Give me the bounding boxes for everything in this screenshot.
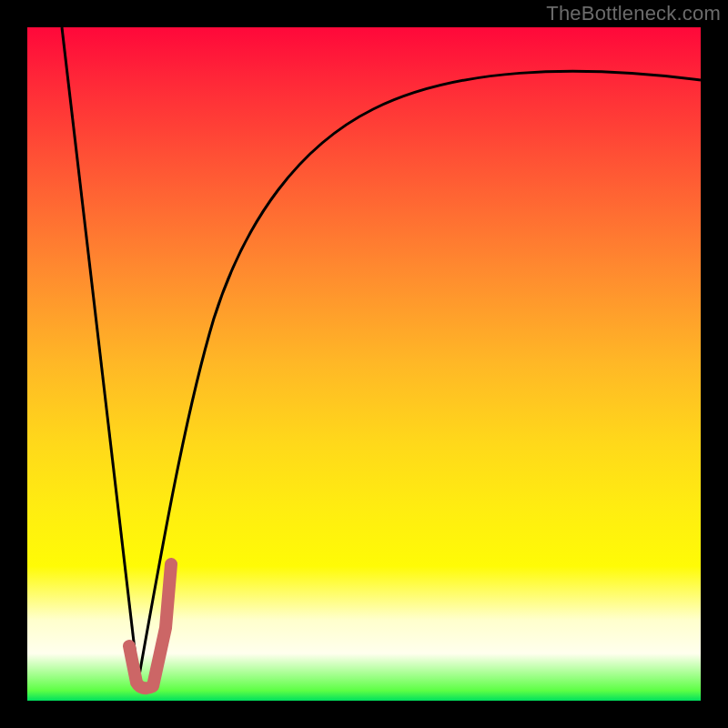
plot-area	[27, 27, 701, 701]
curve-right-branch	[138, 71, 701, 681]
chart-frame: TheBottleneck.com	[0, 0, 728, 728]
chart-curves	[27, 27, 701, 701]
curve-left-branch	[62, 27, 138, 681]
overlay-j-mark	[129, 564, 171, 688]
watermark-label: TheBottleneck.com	[546, 2, 721, 25]
